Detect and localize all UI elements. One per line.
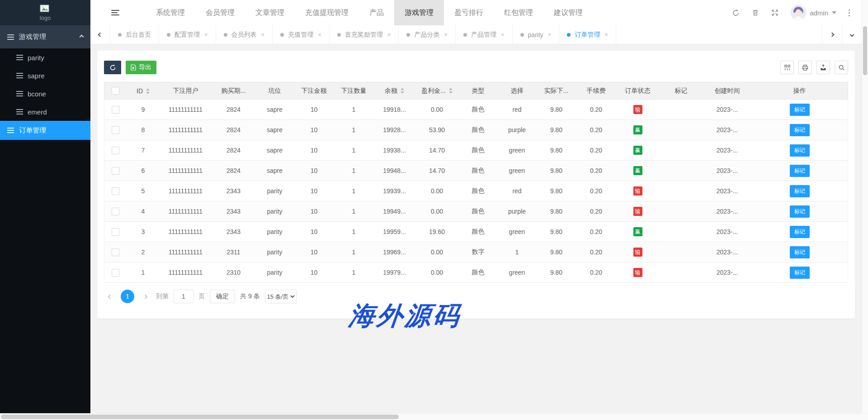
cell-bet_count: 1 <box>334 201 374 222</box>
nav-item[interactable]: 文章管理 <box>245 0 295 25</box>
nav-item[interactable]: 系统管理 <box>146 0 195 25</box>
collapse-menu-icon[interactable] <box>111 10 119 15</box>
horizontal-scrollbar-thumb[interactable] <box>1 415 399 419</box>
confirm-page-button[interactable]: 确定 <box>210 290 235 303</box>
print-button[interactable] <box>798 61 812 74</box>
export-button[interactable]: 导出 <box>126 61 156 74</box>
tab[interactable]: 订单管理× <box>559 25 616 44</box>
sidebar-item[interactable]: parity <box>0 48 90 67</box>
vertical-scrollbar-thumb[interactable] <box>863 26 867 75</box>
nav-item[interactable]: 建议管理 <box>543 0 593 25</box>
tab[interactable]: parity× <box>513 25 560 44</box>
row-checkbox[interactable] <box>112 269 119 277</box>
sidebar-item[interactable]: bcone <box>0 85 90 103</box>
col-header-balance[interactable]: 余额 <box>374 82 415 100</box>
tab[interactable]: 产品分类× <box>399 25 456 44</box>
cell-checkbox <box>104 242 127 262</box>
cell-period: 2824 <box>212 120 255 140</box>
nav-item[interactable]: 充值提现管理 <box>295 0 359 25</box>
tab-close-icon[interactable]: × <box>604 31 608 38</box>
tab-close-icon[interactable]: × <box>548 31 552 38</box>
tab[interactable]: 首充奖励管理× <box>330 25 399 44</box>
mark-button[interactable]: 标记 <box>790 226 810 238</box>
mark-button[interactable]: 标记 <box>790 124 810 136</box>
row-checkbox[interactable] <box>112 126 119 134</box>
row-checkbox[interactable] <box>112 167 119 175</box>
sidebar-item-label: 游戏管理 <box>19 33 80 41</box>
refresh-icon[interactable] <box>732 9 740 17</box>
mark-button[interactable]: 标记 <box>790 267 810 279</box>
row-checkbox[interactable] <box>112 147 119 154</box>
user-menu[interactable]: admin <box>791 5 836 20</box>
refresh-table-button[interactable] <box>104 61 121 74</box>
mark-button[interactable]: 标记 <box>790 165 810 177</box>
sidebar-item[interactable]: emerd <box>0 103 90 121</box>
tab-close-icon[interactable]: × <box>318 31 321 38</box>
fullscreen-icon[interactable] <box>771 9 778 16</box>
columns-filter-button[interactable] <box>780 61 794 74</box>
tab-close-icon[interactable]: × <box>444 31 448 38</box>
search-button[interactable] <box>835 61 848 74</box>
logo[interactable]: logo <box>0 0 90 25</box>
list-icon <box>16 91 23 96</box>
tab[interactable]: 会员列表× <box>216 25 273 44</box>
nav-item[interactable]: 游戏管理 <box>394 0 444 25</box>
cell-actual: 9.80 <box>537 140 576 161</box>
sidebar-item[interactable]: 订单管理 <box>0 121 90 140</box>
cell-bet_amount: 10 <box>294 181 334 201</box>
row-checkbox[interactable] <box>112 248 119 256</box>
page-input[interactable] <box>174 290 193 303</box>
col-header-id[interactable]: ID <box>127 82 160 100</box>
nav-item[interactable]: 红包管理 <box>494 0 543 25</box>
horizontal-scrollbar[interactable] <box>0 413 868 420</box>
nav-item[interactable]: 盈亏排行 <box>444 0 494 25</box>
tab-close-icon[interactable]: × <box>501 31 505 38</box>
tab-close-icon[interactable]: × <box>204 31 208 38</box>
row-checkbox[interactable] <box>112 187 119 195</box>
export-file-button[interactable] <box>816 61 830 74</box>
tab[interactable]: 产品管理× <box>456 25 513 44</box>
sort-icon[interactable] <box>146 88 150 94</box>
col-header-created: 创建时间 <box>703 82 752 100</box>
nav-item[interactable]: 会员管理 <box>195 0 245 25</box>
cell-type: 颜色 <box>459 201 498 222</box>
sidebar-item[interactable]: 游戏管理 <box>0 25 90 48</box>
current-page-button[interactable]: 1 <box>121 290 134 303</box>
cell-period: 2310 <box>212 262 255 283</box>
tab-close-icon[interactable]: × <box>387 31 391 38</box>
sort-icon[interactable] <box>449 88 453 94</box>
tab[interactable]: 充值管理× <box>273 25 330 44</box>
sort-icon[interactable] <box>401 88 404 94</box>
more-vertical-icon[interactable] <box>849 10 850 16</box>
mark-button[interactable]: 标记 <box>790 104 810 116</box>
col-header-profit[interactable]: 盈利金... <box>415 82 459 100</box>
cell-actual: 9.80 <box>537 262 576 283</box>
tab-close-icon[interactable]: × <box>261 31 265 38</box>
tab[interactable]: 配置管理× <box>159 25 216 44</box>
col-header-label: 创建时间 <box>715 87 740 94</box>
tab-menu-button[interactable] <box>842 25 862 44</box>
mark-button[interactable]: 标记 <box>790 246 810 258</box>
tab-scroll-right-button[interactable] <box>822 25 842 44</box>
row-checkbox[interactable] <box>112 208 119 215</box>
page-size-select[interactable]: 15 条/页 <box>265 290 297 303</box>
nav-item[interactable]: 产品 <box>359 0 394 25</box>
mark-button[interactable]: 标记 <box>790 144 810 157</box>
tab[interactable]: 后台首页 <box>110 25 159 44</box>
tab-scroll-left-button[interactable] <box>90 25 110 44</box>
row-checkbox[interactable] <box>112 228 119 236</box>
tab-dot-icon <box>118 33 122 37</box>
cell-action: 标记 <box>752 222 848 242</box>
row-checkbox[interactable] <box>112 106 119 114</box>
table-tools <box>780 61 848 74</box>
sidebar-item[interactable]: sapre <box>0 67 90 85</box>
mark-button[interactable]: 标记 <box>790 205 810 218</box>
trash-icon[interactable] <box>752 9 759 16</box>
next-page-button[interactable] <box>139 291 151 302</box>
select-all-checkbox[interactable] <box>112 87 119 95</box>
vertical-scrollbar[interactable] <box>862 0 868 413</box>
mark-button[interactable]: 标记 <box>790 185 810 197</box>
prev-page-button[interactable] <box>104 291 116 302</box>
cell-fee: 0.20 <box>576 181 616 201</box>
tab-label: 配置管理 <box>175 31 200 39</box>
